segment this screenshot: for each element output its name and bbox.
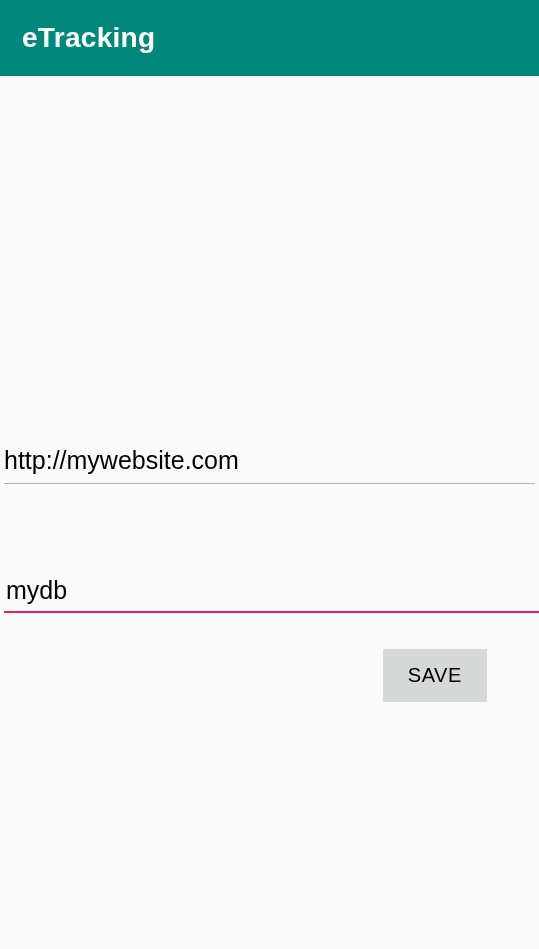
url-field-wrapper — [0, 440, 539, 484]
input-gap — [0, 484, 539, 570]
save-button[interactable]: SAVE — [383, 649, 487, 702]
app-title: eTracking — [22, 22, 155, 54]
app-bar: eTracking — [0, 0, 539, 76]
save-wrapper: SAVE — [0, 613, 539, 702]
url-input[interactable] — [4, 440, 535, 484]
spacer — [0, 76, 539, 440]
db-input[interactable] — [6, 570, 535, 613]
content: SAVE — [0, 76, 539, 702]
db-field-wrapper — [0, 570, 539, 613]
